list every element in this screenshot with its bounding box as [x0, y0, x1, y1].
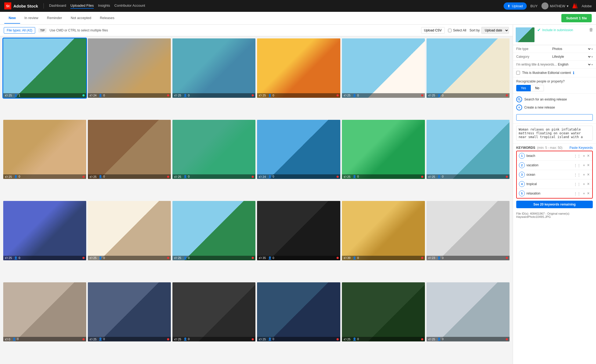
- image-card[interactable]: 🏷 25👤 0: [342, 38, 425, 98]
- image-overlay: 🏷 25👤 0: [427, 337, 510, 341]
- keyword-actions: ⋮⋮✕×: [573, 163, 590, 168]
- select-all-label: Select All: [453, 28, 466, 32]
- keyword-edit-icon[interactable]: ✕: [582, 163, 586, 168]
- keyword-count: 🏷 25: [259, 94, 266, 97]
- tip-badge: TIP: [38, 28, 46, 33]
- download-count: 👤 0: [268, 337, 274, 341]
- right-panel: ✔ Include in submission 🗑 File type Phot…: [513, 25, 596, 364]
- image-card[interactable]: 🏷 25👤 0: [172, 38, 255, 98]
- keyword-delete-icon[interactable]: ×: [587, 153, 590, 158]
- image-card[interactable]: 🏷 25👤 0: [88, 201, 171, 260]
- nav-uploaded-files[interactable]: Uploaded Files: [70, 3, 94, 9]
- download-count: 👤 0: [437, 94, 443, 97]
- buy-button[interactable]: BUY: [530, 4, 538, 8]
- include-check[interactable]: ✔ Include in submission: [537, 27, 586, 33]
- nav-contributor[interactable]: Contributor Account: [114, 3, 145, 9]
- upload-button[interactable]: ⬆ Upload: [504, 2, 527, 10]
- tab-not-accepted[interactable]: Not accepted: [66, 13, 96, 24]
- nav-right: ⬆ Upload BUY MATHEW ▾ Adobe: [504, 2, 592, 10]
- title-textarea[interactable]: Woman relaxes on pink inflatable mattres…: [516, 126, 593, 140]
- editorial-info-icon[interactable]: ℹ: [573, 71, 574, 75]
- image-card[interactable]: 🏷 25👤 0: [172, 282, 255, 342]
- status-dot: [337, 257, 339, 259]
- image-card[interactable]: 🏷 25👤 0: [3, 120, 86, 179]
- image-card[interactable]: 🏷 25👤 0: [342, 120, 425, 179]
- sort-area: Sort by Upload date: [469, 27, 509, 34]
- select-all-checkbox[interactable]: [448, 29, 451, 32]
- tab-new[interactable]: New: [4, 13, 20, 24]
- yes-button[interactable]: Yes: [516, 85, 531, 91]
- image-card[interactable]: 🏷 23👤 0: [427, 201, 510, 260]
- release-input[interactable]: [516, 114, 593, 121]
- keyword-count: 🏷 25: [428, 338, 435, 341]
- tab-reminder[interactable]: Reminder: [43, 13, 66, 24]
- image-card[interactable]: 🏷 25👤 0: [88, 120, 171, 179]
- tab-releases[interactable]: Releases: [96, 13, 119, 24]
- keyword-edit-icon[interactable]: ✕: [582, 191, 586, 196]
- logo-area: St Adobe Stock: [4, 2, 38, 9]
- main-layout: File types: All (42) TIP Use CMD or CTRL…: [0, 25, 596, 364]
- keyword-drag-icon[interactable]: ⋮⋮: [573, 182, 581, 186]
- release-section: Search for an existing release + Create …: [513, 94, 596, 124]
- file-type-select[interactable]: Photos: [551, 47, 591, 51]
- image-overlay: 🏷 35👤 0: [257, 256, 340, 260]
- image-card[interactable]: 🏷 0👤 0: [3, 282, 86, 342]
- keyword-delete-icon[interactable]: ×: [587, 163, 590, 168]
- select-all-area[interactable]: Select All: [448, 28, 466, 32]
- keyword-edit-icon[interactable]: ✕: [582, 172, 586, 177]
- image-card[interactable]: 🏷 25👤 0: [427, 38, 510, 98]
- paste-keywords-button[interactable]: Paste Keywords: [569, 146, 593, 150]
- image-card[interactable]: 🏷 25👤 1: [3, 38, 86, 98]
- keyword-drag-icon[interactable]: ⋮⋮: [573, 172, 581, 177]
- image-card[interactable]: 🏷 25👤 0: [3, 201, 86, 260]
- image-card[interactable]: 🏷 25👤 0: [342, 282, 425, 342]
- keyword-drag-icon[interactable]: ⋮⋮: [573, 191, 581, 196]
- keyword-count: 🏷 25: [259, 338, 266, 341]
- editorial-checkbox[interactable]: [516, 71, 520, 75]
- keyword-delete-icon[interactable]: ×: [587, 191, 590, 196]
- image-card[interactable]: 🏷 24👤 0: [88, 38, 171, 98]
- upload-csv-button[interactable]: Upload CSV: [421, 27, 445, 34]
- keyword-edit-icon[interactable]: ✕: [582, 153, 586, 158]
- keyword-drag-icon[interactable]: ⋮⋮: [573, 163, 581, 168]
- image-card[interactable]: 🏷 25👤 0: [257, 38, 340, 98]
- nav-dashboard[interactable]: Dashboard: [49, 3, 66, 9]
- image-card[interactable]: 🏷 25👤 0: [172, 120, 255, 179]
- file-type-caret-icon: ▾: [591, 48, 593, 51]
- keyword-count: 🏷 25: [5, 175, 12, 178]
- keyword-delete-icon[interactable]: ×: [587, 172, 590, 177]
- nav-insights[interactable]: Insights: [98, 3, 110, 9]
- download-count: 👤 0: [183, 175, 190, 178]
- title-section: Woman relaxes on pink inflatable mattres…: [513, 124, 596, 144]
- user-menu[interactable]: MATHEW ▾: [541, 2, 569, 9]
- download-count: 👤 0: [183, 94, 190, 97]
- search-release-label: Search for an existing release: [524, 98, 567, 101]
- keyword-delete-icon[interactable]: ×: [587, 182, 590, 186]
- file-types-button[interactable]: File types: All (42): [4, 27, 35, 34]
- delete-icon[interactable]: 🗑: [589, 27, 593, 32]
- tab-in-review[interactable]: In review: [20, 13, 43, 24]
- image-card[interactable]: 🏷 25👤 0: [257, 282, 340, 342]
- language-select[interactable]: English: [557, 62, 591, 67]
- keyword-drag-icon[interactable]: ⋮⋮: [573, 153, 581, 158]
- keyword-count: 🏷 25: [428, 94, 435, 97]
- category-select[interactable]: Lifestyle: [551, 55, 591, 59]
- see-more-keywords-button[interactable]: See 20 keywords remaining: [516, 201, 593, 208]
- search-release-row[interactable]: Search for an existing release: [516, 96, 593, 102]
- no-button[interactable]: No: [531, 85, 544, 91]
- image-card[interactable]: 🏷 24👤 0: [257, 120, 340, 179]
- image-card[interactable]: 🏷 25👤 0: [427, 282, 510, 342]
- sort-select[interactable]: Upload date: [481, 27, 509, 34]
- image-card[interactable]: 🏷 25👤 0: [88, 282, 171, 342]
- keyword-count: 🏷 25: [89, 256, 96, 260]
- create-release-row[interactable]: + Create a new release: [516, 104, 593, 110]
- keyword-count: 🏷 25: [174, 175, 181, 178]
- image-card[interactable]: 🏷 39👤 0: [342, 201, 425, 260]
- image-card[interactable]: 🏷 25👤 0: [427, 120, 510, 179]
- download-count: 👤 0: [183, 256, 190, 260]
- image-card[interactable]: 🏷 35👤 0: [257, 201, 340, 260]
- download-count: 👤 0: [353, 256, 359, 260]
- image-card[interactable]: 🏷 25👤 0: [172, 201, 255, 260]
- keyword-edit-icon[interactable]: ✕: [582, 182, 586, 186]
- submit-button[interactable]: Submit 1 file: [561, 14, 592, 22]
